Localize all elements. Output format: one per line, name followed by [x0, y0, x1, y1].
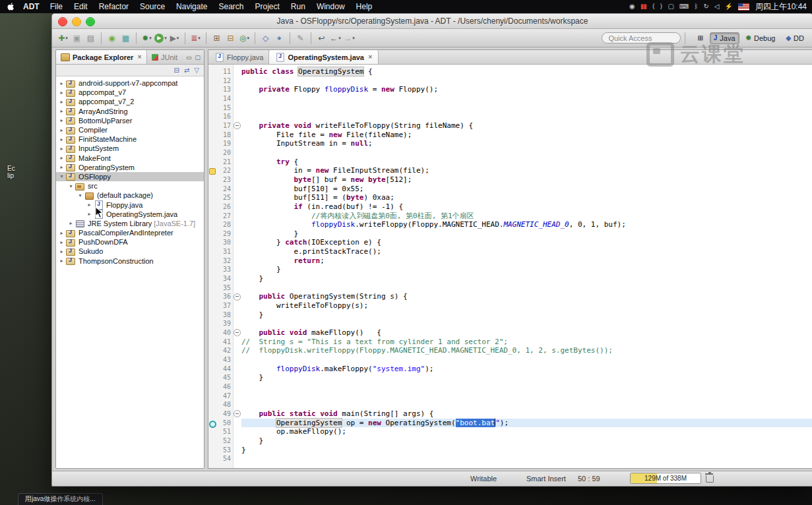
editor-tab-floppy-java[interactable]: Floppy.java — [208, 50, 269, 64]
expand-arrow-icon[interactable]: ▸ — [58, 127, 65, 133]
tree-item-finitstatemachine[interactable]: ▸FinitStateMachine — [56, 134, 204, 144]
back-button[interactable]: ←▾ — [329, 32, 342, 45]
close-window-button[interactable] — [58, 17, 67, 26]
menu-project[interactable]: Project — [255, 2, 280, 11]
expand-arrow-icon[interactable]: ▸ — [58, 230, 65, 236]
tree-item-inputsystem[interactable]: ▸InputSystem — [56, 144, 204, 153]
sync-icon[interactable]: ↻ — [703, 3, 708, 10]
media-next-icon[interactable]: ⟩ — [660, 3, 662, 10]
apple-menu-icon[interactable] — [7, 2, 15, 11]
recording-pause-icon[interactable]: ▮▮ — [640, 3, 646, 10]
tab-junit[interactable]: JUnit — [147, 50, 182, 64]
tree-item-makefont[interactable]: ▸MakeFont — [56, 154, 204, 163]
menu-edit[interactable]: Edit — [74, 2, 88, 11]
expand-arrow-icon[interactable]: ▸ — [58, 249, 65, 254]
taskbar-item[interactable]: 用java做操作系统内核... — [18, 493, 103, 505]
tree-item-floppy-java[interactable]: ▸Floppy.java — [56, 200, 204, 209]
tree-item-android-support-v7-appcompat[interactable]: ▸android-support-v7-appcompat — [56, 78, 204, 88]
tree-item-src[interactable]: ▾src — [56, 181, 204, 191]
task-marker-icon[interactable] — [209, 168, 216, 175]
menu-navigate[interactable]: Navigate — [176, 2, 207, 11]
battery-icon[interactable]: ⚡ — [724, 3, 732, 10]
tree-item-osfloppy[interactable]: ▾OSFloppy — [56, 172, 204, 181]
menu-help[interactable]: Help — [356, 2, 373, 11]
expand-arrow-icon[interactable]: ▸ — [58, 146, 65, 152]
tree-item-jre-system-library[interactable]: ▸JRE System Library[JavaSE-1.7] — [56, 219, 204, 228]
screen-record-icon[interactable]: ◉ — [629, 3, 635, 10]
package-tree[interactable]: ▸android-support-v7-appcompat▸appcompat_… — [56, 76, 204, 468]
expand-arrow-icon[interactable]: ▸ — [58, 117, 65, 123]
external-tools-button[interactable]: ▶▾ — [168, 32, 181, 45]
new-wizard-button[interactable]: ✚▾ — [57, 32, 69, 45]
tree-item-arrayandstring[interactable]: ▸ArrayAndString — [56, 107, 204, 116]
desktop-icon-label[interactable]: Eclip — [7, 165, 15, 179]
expand-arrow-icon[interactable]: ▸ — [58, 99, 65, 105]
expand-arrow-icon[interactable]: ▸ — [58, 108, 65, 114]
android-avd-manager-button[interactable]: ▦ — [119, 32, 132, 45]
open-type-button[interactable]: ◇ — [259, 32, 272, 45]
collapse-arrow-icon[interactable]: ▾ — [67, 183, 75, 189]
open-perspective-button[interactable]: ⊞ — [693, 33, 706, 44]
menubar-clock[interactable]: 周四上午10:44 — [755, 1, 807, 13]
coverage-button[interactable]: ≣▾ — [189, 32, 202, 45]
maximize-view-icon[interactable]: ▢ — [195, 54, 201, 61]
new-class-button[interactable]: ◎▾ — [238, 32, 251, 45]
forward-button[interactable]: →▾ — [343, 32, 356, 45]
last-edit-location-button[interactable]: ↩ — [315, 32, 328, 45]
collapse-arrow-icon[interactable]: ▾ — [77, 193, 84, 198]
collapse-all-icon[interactable]: ⊟ — [174, 67, 179, 74]
zoom-window-button[interactable] — [86, 17, 95, 26]
tree-item-pushdowndfa[interactable]: ▸PushDownDFA — [56, 237, 204, 247]
tree-item-pascalcompilerandintepreter[interactable]: ▸PascalCompilerAndIntepreter — [56, 228, 204, 237]
pin-marker-icon[interactable] — [209, 421, 216, 428]
tree-item-operatingsystem-java[interactable]: ▸OperatingSystem.java — [56, 210, 204, 219]
perspective-ddms[interactable]: ◈DD — [782, 32, 808, 44]
expand-arrow-icon[interactable]: ▸ — [58, 80, 65, 86]
android-sdk-manager-button[interactable]: ◉ — [106, 32, 118, 45]
menu-file[interactable]: File — [50, 2, 63, 11]
tree-item-appcompat-v7-2[interactable]: ▸appcompat_v7_2 — [56, 97, 204, 106]
editor-tab-operatingsystem-java[interactable]: OperatingSystem.java✕ — [269, 50, 378, 64]
fold-icon[interactable] — [234, 293, 241, 301]
new-java-project-button[interactable]: ⊞ — [210, 32, 223, 45]
tree-item-operatingsystem[interactable]: ▸OperatingSystem — [56, 163, 204, 172]
run-button[interactable]: ▶▾ — [154, 32, 167, 45]
perspective-java[interactable]: JJava — [710, 32, 739, 44]
expand-arrow-icon[interactable]: ▸ — [58, 90, 65, 96]
expand-arrow-icon[interactable]: ▸ — [58, 136, 65, 142]
link-with-editor-icon[interactable]: ⇄ — [184, 67, 189, 74]
mark-occurrences-button[interactable]: ✎ — [294, 32, 307, 45]
code-editor[interactable]: 11public class OperatingSystem {1213 pri… — [208, 65, 812, 468]
menu-window[interactable]: Window — [317, 2, 345, 11]
tree-item-compiler[interactable]: ▸Compiler — [56, 125, 204, 134]
tree-item-appcompat-v7[interactable]: ▸appcompat_v7 — [56, 88, 204, 97]
menu-search[interactable]: Search — [218, 2, 243, 11]
view-menu-icon[interactable]: ▽ — [194, 67, 199, 74]
fold-icon[interactable] — [234, 122, 241, 129]
bluetooth-icon[interactable]: ᛒ — [694, 3, 697, 10]
tree-item--default-package-[interactable]: ▾(default package) — [56, 191, 204, 200]
expand-arrow-icon[interactable]: ▸ — [86, 211, 93, 217]
menu-run[interactable]: Run — [291, 2, 305, 11]
tree-item-thompsonconstruction[interactable]: ▸ThompsonConstruction — [56, 256, 204, 266]
quick-access-input[interactable] — [602, 32, 681, 44]
media-prev-icon[interactable]: ⟨ — [652, 3, 654, 10]
menu-refactor[interactable]: Refactor — [99, 2, 129, 11]
expand-arrow-icon[interactable]: ▸ — [58, 164, 65, 170]
print-button[interactable]: ▤ — [84, 32, 97, 45]
save-button[interactable]: ▣ — [71, 32, 83, 45]
close-tab-icon[interactable]: ✕ — [368, 54, 373, 60]
expand-arrow-icon[interactable]: ▸ — [86, 202, 93, 208]
search-button[interactable]: ⌖ — [273, 32, 286, 45]
tree-item-bottomupparser[interactable]: ▸BottomUpParser — [56, 116, 204, 125]
app-menu-adt[interactable]: ADT — [23, 2, 40, 11]
expand-arrow-icon[interactable]: ▸ — [58, 155, 65, 161]
fold-icon[interactable] — [234, 410, 241, 417]
display-icon[interactable]: ▢ — [668, 3, 673, 10]
menu-source[interactable]: Source — [140, 2, 165, 11]
expand-arrow-icon[interactable]: ▸ — [58, 239, 65, 245]
collapse-arrow-icon[interactable]: ▾ — [58, 173, 65, 179]
perspective-debug[interactable]: ✹Debug — [742, 32, 780, 44]
close-view-icon[interactable]: ✕ — [137, 54, 142, 60]
input-language-flag-icon[interactable] — [738, 3, 749, 11]
